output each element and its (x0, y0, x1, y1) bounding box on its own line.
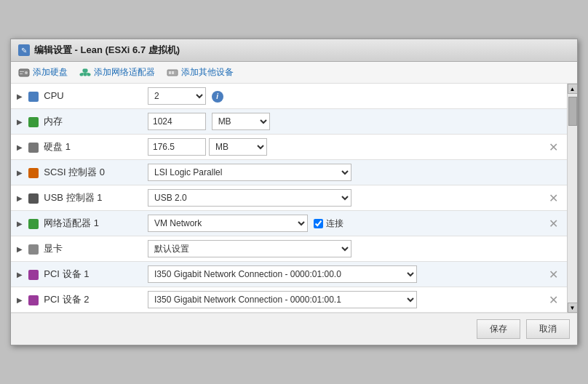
table-row: ▶ 硬盘 1 MB GB ✕ (11, 135, 567, 160)
net-connect-text: 连接 (326, 217, 343, 230)
hdd-value-cell: MB GB ✕ (142, 135, 567, 159)
pci2-label-cell: ▶ PCI 设备 2 (11, 287, 142, 313)
usb-remove-button[interactable]: ✕ (546, 191, 561, 205)
ram-icon (28, 117, 39, 127)
svg-rect-7 (87, 73, 90, 76)
add-net-label: 添加网络适配器 (94, 66, 155, 79)
pci2-remove-button[interactable]: ✕ (546, 293, 561, 307)
svg-point-1 (25, 71, 28, 74)
net-connect-label: 连接 (314, 217, 343, 230)
scsi-label: SCSI 控制器 0 (44, 167, 105, 177)
ram-size-input[interactable] (148, 113, 206, 130)
ram-label-cell: ▶ 内存 (11, 109, 142, 135)
cpu-icon (28, 92, 39, 102)
pci2-icon (28, 295, 39, 305)
scsi-expand[interactable]: ▶ (17, 169, 23, 177)
table-row: ▶ SCSI 控制器 0 LSI Logic Parallel LSI Logi… (11, 160, 567, 185)
table-row: ▶ 内存 MB GB (11, 109, 567, 135)
cpu-info-icon[interactable]: i (212, 91, 223, 103)
cpu-count-select[interactable]: 2 1 4 8 (148, 87, 206, 105)
svg-rect-3 (20, 73, 23, 74)
usb-version-select[interactable]: USB 2.0 USB 1.1 USB 3.0 (148, 189, 351, 207)
svg-rect-2 (20, 71, 24, 72)
cancel-button[interactable]: 取消 (526, 319, 570, 339)
pci1-label-cell: ▶ PCI 设备 1 (11, 262, 142, 287)
save-button[interactable]: 保存 (477, 319, 520, 339)
scsi-icon (28, 168, 39, 178)
net-remove-button[interactable]: ✕ (546, 217, 561, 231)
pci2-value-cell: I350 Gigabit Network Connection - 0000:0… (142, 287, 567, 312)
cpu-label: CPU (44, 90, 63, 101)
dev-add-icon (167, 67, 178, 79)
svg-rect-6 (84, 73, 87, 76)
pci1-value-cell: I350 Gigabit Network Connection - 0000:0… (142, 262, 567, 287)
usb-label: USB 控制器 1 (44, 192, 102, 203)
table-row: ▶ 显卡 默认设置 (11, 236, 567, 262)
hdd-label-cell: ▶ 硬盘 1 (11, 135, 142, 160)
cpu-expand[interactable]: ▶ (17, 92, 23, 100)
scroll-down-button[interactable]: ▼ (568, 303, 578, 313)
net-icon (28, 219, 39, 229)
add-dev-label: 添加其他设备 (181, 66, 234, 79)
net-label: 网络适配器 1 (44, 217, 99, 228)
vertical-scrollbar[interactable]: ▲ ▼ (567, 84, 577, 313)
add-dev-button[interactable]: 添加其他设备 (167, 66, 234, 79)
pci2-label: PCI 设备 2 (44, 294, 89, 305)
hdd-size-input[interactable] (148, 138, 206, 156)
cpu-label-cell: ▶ CPU (11, 84, 142, 109)
vga-label: 显卡 (44, 243, 63, 254)
net-add-icon (79, 67, 91, 79)
table-row: ▶ PCI 设备 1 I350 Gigabit Network Connecti… (11, 262, 567, 287)
vga-expand[interactable]: ▶ (17, 245, 23, 253)
pci2-device-select[interactable]: I350 Gigabit Network Connection - 0000:0… (148, 291, 417, 308)
net-label-cell: ▶ 网络适配器 1 (11, 211, 142, 236)
hdd-expand[interactable]: ▶ (17, 143, 23, 151)
net-expand[interactable]: ▶ (17, 220, 23, 228)
title-bar: ✎ 编辑设置 - Lean (ESXi 6.7 虚拟机) (11, 39, 577, 62)
settings-table: ▶ CPU 2 1 4 8 i (11, 84, 567, 313)
svg-rect-12 (169, 71, 171, 74)
scroll-up-button[interactable]: ▲ (568, 84, 578, 94)
scsi-value-cell: LSI Logic Parallel LSI Logic SAS VMware … (142, 160, 567, 185)
hdd-icon (18, 67, 30, 79)
svg-rect-13 (172, 71, 174, 74)
scrollbar-area: ▶ CPU 2 1 4 8 i (11, 84, 577, 313)
svg-rect-5 (80, 73, 83, 76)
table-row: ▶ 网络适配器 1 VM Network vSwitch0 连接 (11, 211, 567, 236)
vga-icon (28, 244, 39, 255)
ram-unit-select[interactable]: MB GB (212, 113, 270, 130)
table-row: ▶ USB 控制器 1 USB 2.0 USB 1.1 USB 3.0 ✕ (11, 185, 567, 211)
hdd-unit-select[interactable]: MB GB (209, 138, 267, 156)
hdd-label: 硬盘 1 (44, 141, 71, 152)
usb-label-cell: ▶ USB 控制器 1 (11, 185, 142, 211)
vga-settings-select[interactable]: 默认设置 (148, 240, 351, 257)
scroll-thumb[interactable] (568, 97, 577, 126)
usb-expand[interactable]: ▶ (17, 194, 23, 202)
ram-value-cell: MB GB (142, 109, 567, 135)
net-network-select[interactable]: VM Network vSwitch0 (148, 215, 308, 232)
edit-settings-dialog: ✎ 编辑设置 - Lean (ESXi 6.7 虚拟机) 添加硬盘 添加网络适配… (10, 39, 578, 345)
table-row: ▶ PCI 设备 2 I350 Gigabit Network Connecti… (11, 287, 567, 313)
footer: 保存 取消 (11, 313, 577, 345)
dialog-icon: ✎ (18, 44, 30, 56)
ram-label: 内存 (44, 116, 63, 127)
hdd-remove-button[interactable]: ✕ (546, 140, 561, 154)
net-value-cell: VM Network vSwitch0 连接 ✕ (142, 211, 567, 236)
toolbar: 添加硬盘 添加网络适配器 添加其他设备 (11, 62, 577, 84)
svg-rect-4 (83, 69, 87, 72)
add-hdd-label: 添加硬盘 (33, 66, 68, 79)
vga-value-cell: 默认设置 (142, 236, 567, 262)
scsi-label-cell: ▶ SCSI 控制器 0 (11, 160, 142, 185)
usb-icon (28, 193, 39, 204)
pci1-remove-button[interactable]: ✕ (546, 268, 561, 281)
vga-label-cell: ▶ 显卡 (11, 236, 142, 262)
pci1-device-select[interactable]: I350 Gigabit Network Connection - 0000:0… (148, 265, 417, 283)
add-net-button[interactable]: 添加网络适配器 (79, 66, 155, 79)
net-connect-checkbox[interactable] (314, 219, 323, 228)
table-row: ▶ CPU 2 1 4 8 i (11, 84, 567, 109)
scsi-type-select[interactable]: LSI Logic Parallel LSI Logic SAS VMware … (148, 164, 351, 181)
pci2-expand[interactable]: ▶ (17, 296, 23, 304)
pci1-expand[interactable]: ▶ (17, 271, 23, 279)
ram-expand[interactable]: ▶ (17, 118, 23, 126)
add-hdd-button[interactable]: 添加硬盘 (18, 66, 68, 79)
